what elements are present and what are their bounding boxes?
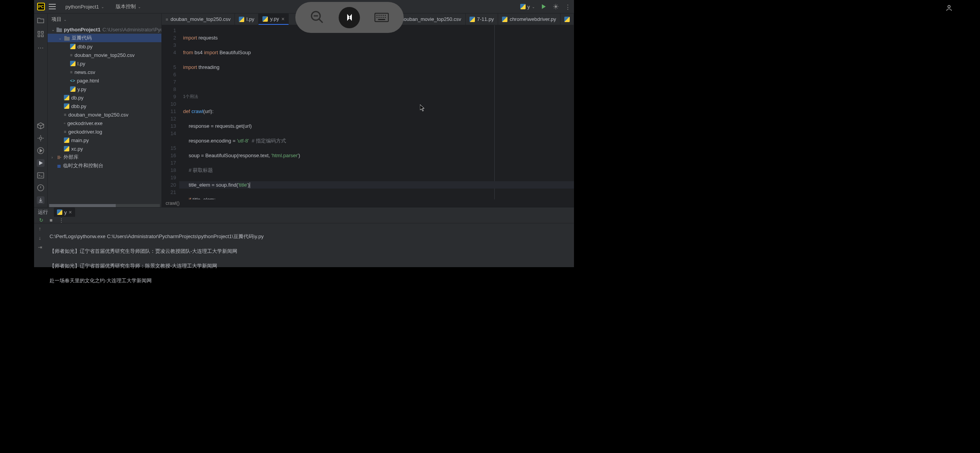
- python-icon: [64, 95, 69, 100]
- tree-file[interactable]: xc.py: [48, 144, 161, 153]
- download-tool-icon[interactable]: [37, 196, 45, 204]
- tree-external-libs[interactable]: ›⊪外部库: [48, 153, 161, 161]
- tab-label: l.py: [247, 16, 254, 22]
- main-menu-button[interactable]: [49, 4, 56, 9]
- svg-rect-7: [38, 173, 44, 178]
- file-label: main.py: [71, 137, 89, 143]
- tree-file[interactable]: dbb.py: [48, 42, 161, 51]
- wrap-button[interactable]: ⇥: [37, 244, 43, 250]
- python-icon: [469, 17, 475, 22]
- code-content[interactable]: import requests from bs4 import Beautifu…: [179, 25, 574, 199]
- file-icon: ≡: [64, 129, 66, 134]
- python-icon: [70, 44, 75, 49]
- tree-file[interactable]: l.py: [48, 59, 161, 68]
- tab-label: douban_movie_top250.csv: [170, 16, 230, 22]
- svg-rect-3: [38, 35, 40, 37]
- tree-scratches[interactable]: ≣临时文件和控制台: [48, 161, 161, 170]
- tree-file[interactable]: db.py: [48, 93, 161, 102]
- svg-point-9: [948, 5, 950, 8]
- tab-y-py[interactable]: y.py×: [259, 14, 289, 25]
- services-icon[interactable]: [37, 134, 45, 142]
- tree-file[interactable]: main.py: [48, 136, 161, 144]
- tree-file[interactable]: ▫geckodriver.exe: [48, 119, 161, 127]
- svg-point-5: [39, 137, 42, 139]
- tab-douban-csv[interactable]: ≡douban_movie_top250.csv: [162, 14, 235, 25]
- line-gutter: 1234 567891011121314 15161718192021: [162, 25, 179, 199]
- tab-webdriver-py[interactable]: chrome\webdriver.py: [498, 14, 560, 25]
- tree-file[interactable]: y.py: [48, 85, 161, 93]
- close-icon[interactable]: ×: [281, 16, 284, 22]
- file-label: douban_movie_top250.csv: [74, 52, 134, 58]
- structure-tool-icon[interactable]: [37, 30, 45, 38]
- code-breadcrumb[interactable]: crawl(): [162, 199, 574, 207]
- run-toolbar: ↻ ■ ⋮: [34, 217, 574, 223]
- tree-file[interactable]: ≡geckodriver.log: [48, 127, 161, 136]
- file-label: dbb.py: [71, 103, 86, 109]
- tab-more[interactable]: [560, 14, 574, 25]
- project-dropdown[interactable]: pythonProject1 ⌄: [65, 4, 104, 10]
- tree-file[interactable]: ≡douban_movie_top250.csv: [48, 51, 161, 59]
- editor-area: ≡douban_movie_top250.csv l.py y.py× doub…: [162, 14, 574, 207]
- tree-file[interactable]: <>page.html: [48, 76, 161, 85]
- file-label: news.csv: [74, 69, 95, 75]
- file-label: geckodriver.log: [68, 129, 102, 135]
- file-label: douban_movie_top250.csv: [68, 112, 128, 118]
- run-label: 运行: [38, 209, 48, 216]
- project-tool-icon[interactable]: [37, 17, 45, 24]
- tab-7-11-py[interactable]: 7-11.py: [466, 14, 498, 25]
- run-panel: 运行 y × ↻ ■ ⋮ ↑ ↓ ⇥ C:\PerfLogs\pythonw.e…: [34, 207, 574, 267]
- run-tab-y[interactable]: y ×: [54, 208, 75, 217]
- problems-tool-icon[interactable]: [37, 184, 45, 192]
- more-button[interactable]: ⋮: [565, 3, 571, 10]
- zoom-out-button[interactable]: [307, 7, 328, 28]
- svg-point-0: [555, 5, 557, 8]
- csv-icon: ≡: [70, 53, 72, 57]
- run-config-selector[interactable]: y ⌄: [520, 4, 535, 10]
- tree-file[interactable]: ≡news.csv: [48, 68, 161, 76]
- more-button[interactable]: ⋮: [58, 217, 64, 223]
- tab-douban-csv-2[interactable]: douban_movie_top250.csv: [397, 14, 465, 25]
- folder-icon: [64, 35, 70, 41]
- debug-button[interactable]: [553, 3, 559, 10]
- horizontal-scrollbar[interactable]: [49, 204, 160, 207]
- close-icon[interactable]: ×: [69, 209, 72, 215]
- tree-file[interactable]: ≡douban_movie_top250.csv: [48, 110, 161, 119]
- csv-icon: ≡: [70, 70, 72, 74]
- run-tool-icon[interactable]: [37, 147, 45, 154]
- play-tool-icon[interactable]: [37, 159, 45, 167]
- root-path: C:\Users\Administrator\PycharmProjects\p…: [103, 27, 161, 33]
- chevron-down-icon: ⌄: [63, 17, 67, 22]
- left-tool-rail: ⋯: [34, 14, 48, 207]
- vcs-dropdown[interactable]: 版本控制 ⌄: [116, 3, 141, 10]
- python-icon: [70, 61, 75, 66]
- account-button[interactable]: [945, 4, 953, 13]
- console-line: 赴一场春天里的文化之约-大连理工大学新闻网: [50, 277, 570, 284]
- keyboard-button[interactable]: [371, 7, 392, 28]
- python-packages-icon[interactable]: [37, 122, 45, 130]
- console-output[interactable]: C:\PerfLogs\pythonw.exe C:\Users\Adminis…: [46, 223, 574, 301]
- stop-button[interactable]: ■: [48, 217, 54, 223]
- rerun-button[interactable]: ↻: [38, 217, 44, 223]
- chevron-down-icon: ⌄: [51, 27, 55, 32]
- run-button[interactable]: [541, 3, 547, 10]
- project-panel: 项目 ⌄ ⌄ pythonProject1 C:\Users\Administr…: [48, 14, 162, 207]
- remote-connect-button[interactable]: [339, 7, 360, 28]
- file-icon: ▫: [64, 121, 65, 125]
- file-label: y.py: [77, 86, 86, 92]
- file-label: l.py: [77, 61, 85, 67]
- usage-hint[interactable]: 1个用法: [179, 93, 574, 100]
- tree-root[interactable]: ⌄ pythonProject1 C:\Users\Administrator\…: [48, 25, 161, 34]
- more-tools-icon[interactable]: ⋯: [37, 44, 45, 51]
- tree-folder-douban[interactable]: ⌄ 豆瓣代码: [48, 34, 161, 42]
- terminal-tool-icon[interactable]: [37, 172, 45, 179]
- python-icon: [520, 4, 526, 9]
- project-panel-header[interactable]: 项目 ⌄: [48, 14, 161, 25]
- code-editor[interactable]: 1234 567891011121314 15161718192021 impo…: [162, 25, 574, 199]
- up-button[interactable]: ↑: [37, 225, 43, 232]
- chevron-down-icon: ⌄: [532, 5, 535, 9]
- down-button[interactable]: ↓: [37, 235, 43, 241]
- tree-file[interactable]: dbb.py: [48, 102, 161, 110]
- tab-l-py[interactable]: l.py: [235, 14, 259, 25]
- text-cursor: [250, 182, 250, 188]
- python-icon: [64, 103, 69, 109]
